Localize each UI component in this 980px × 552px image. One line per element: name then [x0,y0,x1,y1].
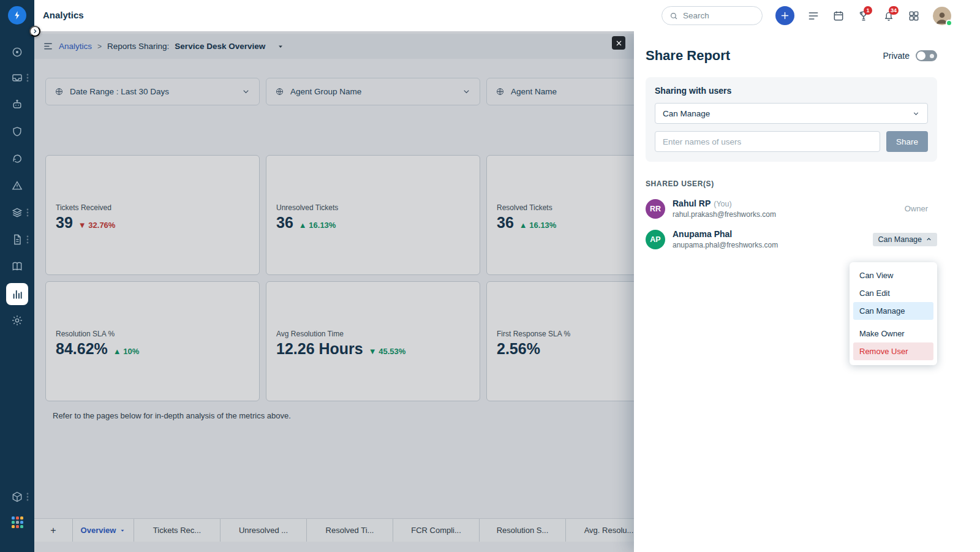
user-name-suffix: (You) [714,200,731,208]
quick-create-button[interactable] [775,6,794,25]
grid-icon [908,10,920,22]
app-switcher-icon [12,516,23,528]
toggle-mark [930,54,934,58]
user-info: Anupama Phal anupama.phal@freshworks.com [673,229,873,249]
sidebar-item-analytics[interactable] [0,283,34,305]
report-canvas: Analytics > Reports Sharing: Service Des… [34,31,634,552]
shared-user-row: AP Anupama Phal anupama.phal@freshworks.… [646,229,937,249]
chevron-right-icon [32,28,38,34]
orders-overflow-dots[interactable] [26,235,29,246]
avatar: AP [646,230,665,249]
shield-icon [11,126,23,138]
user-name: Rahul RP [673,198,710,208]
private-label: Private [883,51,910,61]
whats-new-badge: 1 [864,6,872,15]
sidebar-item-tickets[interactable] [0,72,34,84]
gear-icon [11,314,23,327]
document-icon [11,233,23,246]
permission-select[interactable]: Can Manage [655,103,928,124]
sidebar-item-app-switcher[interactable] [0,516,34,528]
calendar-button[interactable] [832,10,845,22]
packages-overflow-dots[interactable] [26,493,29,504]
sidebar-item-packages[interactable] [0,491,34,503]
notifications-button[interactable]: 34 [883,10,895,22]
list-icon [807,10,820,22]
sidebar-item-admin[interactable] [0,314,34,327]
user-avatar[interactable] [933,7,951,25]
refresh-circle-icon [11,153,23,165]
user-email: anupama.phal@freshworks.com [673,241,873,249]
sidebar [0,0,34,552]
menu-item-can-manage[interactable]: Can Manage [853,302,933,320]
permission-select-value: Can Manage [663,109,710,118]
shared-user-row: RR Rahul RP (You) rahul.prakash@freshwor… [646,198,937,219]
tickets-icon [11,72,23,84]
sidebar-expand-button[interactable] [29,26,40,37]
share-report-panel: Share Report Private Sharing with users … [634,31,980,552]
user-names-input[interactable] [655,131,880,152]
search-icon [669,12,678,20]
lightning-bolt-icon [8,6,26,25]
shared-users-heading: SHARED USER(S) [646,180,937,188]
sidebar-item-assets[interactable] [0,206,34,219]
menu-item-make-owner[interactable]: Make Owner [853,325,933,342]
user-info: Rahul RP (You) rahul.prakash@freshworks.… [673,198,905,219]
modal-dim-overlay [34,31,634,552]
book-icon [11,260,23,273]
owner-tag: Owner [905,204,928,213]
sharing-card-title: Sharing with users [655,86,928,96]
private-toggle[interactable] [916,50,937,61]
sidebar-item-oncall[interactable] [0,153,34,165]
dashboard-icon [11,46,23,58]
search-input[interactable] [683,11,750,20]
sidebar-item-dashboard[interactable] [0,46,34,58]
todo-list-button[interactable] [807,10,820,22]
robot-icon [11,99,23,111]
online-status-dot [946,20,952,26]
access-value: Can Manage [878,235,922,244]
layers-icon [11,206,23,219]
app-window: Analytics 1 34 [0,0,980,552]
sidebar-item-knowledge[interactable] [0,260,34,273]
invite-row: Share [655,131,928,152]
sidebar-item-orders[interactable] [0,233,34,246]
whats-new-button[interactable]: 1 [858,10,870,22]
toggle-knob [917,51,925,60]
notifications-badge: 34 [889,6,899,15]
sidebar-item-freddy[interactable] [0,99,34,111]
page-title: Analytics [43,10,84,20]
header-actions: 1 34 [662,0,951,31]
package-icon [11,491,23,503]
tickets-overflow-dots[interactable] [26,74,29,85]
menu-item-can-edit[interactable]: Can Edit [853,284,933,302]
plus-icon [780,11,790,20]
freshworks-logo[interactable] [0,6,34,25]
user-email: rahul.prakash@freshworks.com [673,210,905,219]
sharing-card: Sharing with users Can Manage Share [646,77,937,162]
calendar-icon [832,10,845,22]
user-access-dropdown-button[interactable]: Can Manage [873,233,937,246]
search-box[interactable] [662,6,763,25]
top-header: Analytics 1 34 [34,0,980,31]
close-icon [616,40,622,47]
share-panel-title: Share Report [646,48,730,64]
panel-header: Share Report Private [646,48,937,64]
share-button[interactable]: Share [886,131,928,152]
chevron-up-icon [925,236,932,243]
marketplace-button[interactable] [908,10,920,22]
close-share-panel-button[interactable] [612,36,625,50]
sidebar-item-alerts[interactable] [0,180,34,192]
permission-dropdown-menu: Can View Can Edit Can Manage Make Owner … [850,262,937,365]
warning-triangle-icon [11,180,23,192]
assets-overflow-dots[interactable] [26,208,29,219]
avatar: RR [646,199,665,219]
private-toggle-group: Private [883,50,937,61]
user-name: Anupama Phal [673,229,732,239]
menu-item-can-view[interactable]: Can View [853,267,933,284]
analytics-icon [6,283,28,305]
sidebar-item-security[interactable] [0,126,34,138]
menu-item-remove-user[interactable]: Remove User [853,342,933,360]
chevron-down-icon [912,110,920,118]
